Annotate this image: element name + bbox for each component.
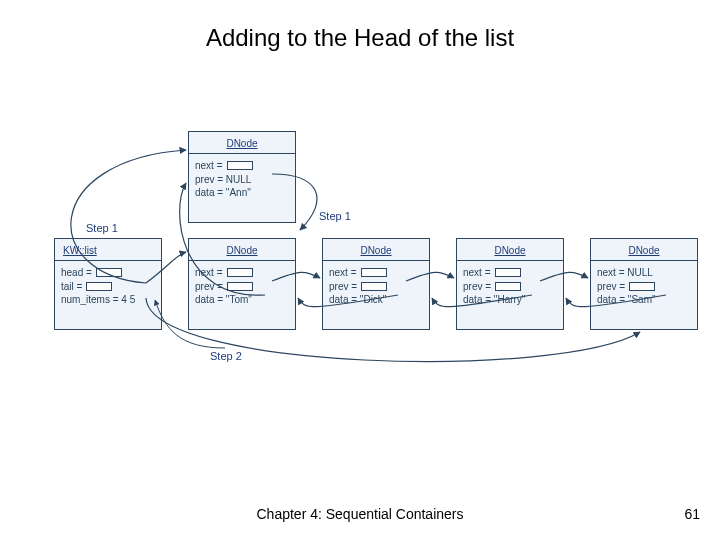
field-next: next = [463,266,491,280]
pointer-slot [361,268,387,277]
step1-left-label: Step 1 [86,222,118,234]
dnode-dick: DNode next = prev = data = "Dick" [322,238,430,330]
page-title: Adding to the Head of the list [0,24,720,52]
pointer-slot [227,282,253,291]
step2-label: Step 2 [210,350,242,362]
field-head: head = [61,266,92,280]
dnode-tom: DNode next = prev = data = "Tom" [188,238,296,330]
dnode-harry: DNode next = prev = data = "Harry" [456,238,564,330]
field-prev: prev = [329,280,357,294]
field-data: data = "Ann" [195,186,251,200]
pointer-slot [629,282,655,291]
field-data: data = "Dick" [329,293,386,307]
field-prev: prev = NULL [195,173,251,187]
node-header: DNode [323,239,429,261]
node-header: DNode [591,239,697,261]
dnode-ann: DNode next = prev = NULL data = "Ann" [188,131,296,223]
pointer-slot [86,282,112,291]
pointer-slot [227,161,253,170]
field-next: next = [195,159,223,173]
pointer-slot [227,268,253,277]
pointer-slot [96,268,122,277]
field-prev: prev = [463,280,491,294]
kwlist-box: KW::list head = tail = num_items = 4 5 [54,238,162,330]
field-next: next = [195,266,223,280]
node-header: DNode [189,239,295,261]
pointer-slot [361,282,387,291]
footer-chapter: Chapter 4: Sequential Containers [0,506,720,522]
dnode-sam: DNode next = NULL prev = data = "Sam" [590,238,698,330]
field-data: data = "Sam" [597,293,656,307]
step1-right-label: Step 1 [319,210,351,222]
field-tail: tail = [61,280,82,294]
field-data: data = "Tom" [195,293,252,307]
node-header: DNode [189,132,295,154]
node-header: DNode [457,239,563,261]
kwlist-header: KW::list [55,239,161,261]
field-data: data = "Harry" [463,293,525,307]
pointer-slot [495,268,521,277]
field-prev: prev = [597,280,625,294]
field-numitems: num_items = 4 5 [61,293,135,307]
pointer-slot [495,282,521,291]
field-next: next = NULL [597,266,653,280]
footer-page: 61 [684,506,700,522]
field-next: next = [329,266,357,280]
field-prev: prev = [195,280,223,294]
